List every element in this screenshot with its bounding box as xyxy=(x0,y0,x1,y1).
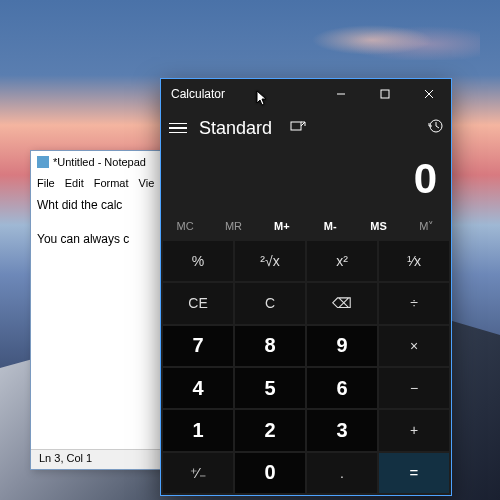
mem-mplus[interactable]: M+ xyxy=(258,213,306,239)
history-icon[interactable] xyxy=(427,118,443,138)
key-2[interactable]: 2 xyxy=(235,410,305,450)
mem-ms[interactable]: MS xyxy=(354,213,402,239)
mem-mr: MR xyxy=(209,213,257,239)
menu-edit[interactable]: Edit xyxy=(65,177,84,189)
key-c[interactable]: C xyxy=(235,283,305,323)
key-sqrt[interactable]: ²√x xyxy=(235,241,305,281)
key-8[interactable]: 8 xyxy=(235,326,305,366)
mem-mc: MC xyxy=(161,213,209,239)
key-multiply[interactable]: × xyxy=(379,326,449,366)
keypad: % ²√x x² ¹⁄x CE C ⌫ ÷ 7 8 9 × 4 5 6 − 1 … xyxy=(161,239,451,495)
key-7[interactable]: 7 xyxy=(163,326,233,366)
keep-on-top-icon[interactable] xyxy=(290,119,306,137)
svg-rect-1 xyxy=(381,90,389,98)
key-4[interactable]: 4 xyxy=(163,368,233,408)
key-square[interactable]: x² xyxy=(307,241,377,281)
key-ce[interactable]: CE xyxy=(163,283,233,323)
sky-clouds xyxy=(300,20,480,60)
cursor-position: Ln 3, Col 1 xyxy=(39,452,92,464)
key-percent[interactable]: % xyxy=(163,241,233,281)
hamburger-icon[interactable] xyxy=(169,123,187,134)
mode-label: Standard xyxy=(199,118,272,139)
key-reciprocal[interactable]: ¹⁄x xyxy=(379,241,449,281)
close-button[interactable] xyxy=(407,79,451,109)
np-line1: Wht did the calc xyxy=(37,198,122,212)
calculator-header: Standard xyxy=(161,109,451,147)
calculator-titlebar[interactable]: Calculator xyxy=(161,79,451,109)
key-equals[interactable]: = xyxy=(379,453,449,493)
calculator-title: Calculator xyxy=(171,87,225,101)
svg-rect-4 xyxy=(291,122,301,130)
np-line2: You can always c xyxy=(37,232,129,246)
key-add[interactable]: + xyxy=(379,410,449,450)
calculator-window: Calculator Standard 0 MC MR M+ M- MS M˅ … xyxy=(160,78,452,496)
key-9[interactable]: 9 xyxy=(307,326,377,366)
minimize-button[interactable] xyxy=(319,79,363,109)
maximize-button[interactable] xyxy=(363,79,407,109)
key-subtract[interactable]: − xyxy=(379,368,449,408)
memory-row: MC MR M+ M- MS M˅ xyxy=(161,213,451,239)
menu-file[interactable]: File xyxy=(37,177,55,189)
menu-format[interactable]: Format xyxy=(94,177,129,189)
mem-mv: M˅ xyxy=(403,213,451,239)
key-backspace[interactable]: ⌫ xyxy=(307,283,377,323)
key-5[interactable]: 5 xyxy=(235,368,305,408)
key-3[interactable]: 3 xyxy=(307,410,377,450)
key-6[interactable]: 6 xyxy=(307,368,377,408)
notepad-icon xyxy=(37,156,49,168)
calculator-display: 0 xyxy=(161,147,451,213)
key-0[interactable]: 0 xyxy=(235,453,305,493)
key-decimal[interactable]: . xyxy=(307,453,377,493)
notepad-title: *Untitled - Notepad xyxy=(53,156,146,168)
key-negate[interactable]: ⁺⁄₋ xyxy=(163,453,233,493)
mem-mminus[interactable]: M- xyxy=(306,213,354,239)
key-divide[interactable]: ÷ xyxy=(379,283,449,323)
menu-view[interactable]: Vie xyxy=(139,177,155,189)
key-1[interactable]: 1 xyxy=(163,410,233,450)
